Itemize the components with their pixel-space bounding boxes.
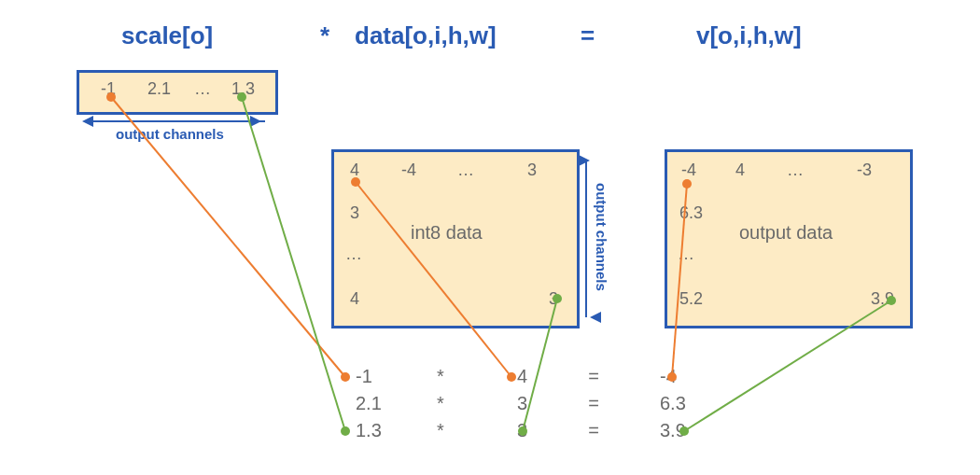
scale-axis-label: output channels [116, 126, 224, 142]
row1-b: 4 [517, 366, 527, 387]
row1-mul: * [431, 366, 450, 387]
out-r0c3: -3 [857, 161, 872, 180]
out-r0c2: … [787, 161, 804, 180]
scale-v0: -1 [101, 79, 116, 99]
row1-eq: = [584, 366, 603, 387]
data-r0c2: … [457, 161, 474, 180]
row2-a: 2.1 [356, 393, 382, 414]
scale-v1: 2.1 [147, 79, 171, 99]
row3-mul: * [431, 420, 450, 441]
eq-mid: data[o,i,h,w] [355, 21, 497, 50]
data-c0-1: 3 [350, 203, 359, 223]
row3-a: 1.3 [356, 420, 382, 441]
row2-mul: * [431, 393, 450, 414]
data-axis-label: output channels [594, 183, 609, 291]
data-br: 3 [549, 289, 558, 309]
row3-b: 3 [517, 420, 527, 441]
data-c0-2: … [345, 244, 362, 264]
row3-a-dot [341, 426, 350, 436]
data-r0c0: 4 [350, 161, 359, 180]
svg-line-5 [242, 97, 345, 431]
data-r0c3: 3 [527, 161, 537, 180]
data-c0-3: 4 [350, 289, 359, 309]
out-c0-3: 5.2 [679, 289, 703, 309]
eq-rhs: v[o,i,h,w] [696, 21, 802, 50]
eq-eq: = [581, 21, 595, 50]
row1-a: -1 [356, 366, 372, 387]
scale-v3: 1.3 [231, 79, 255, 99]
row3-eq: = [584, 420, 603, 441]
data-label: int8 data [411, 222, 483, 244]
eq-lhs: scale[o] [121, 21, 213, 50]
row2-c: 6.3 [660, 393, 686, 414]
row1-c: -4 [660, 366, 677, 387]
scale-v2: … [194, 79, 211, 99]
out-c0-2: … [678, 244, 694, 264]
out-r0c1: 4 [735, 161, 745, 180]
out-r0c0: -4 [681, 161, 696, 180]
row2-b: 3 [517, 393, 527, 414]
out-c0-1: 6.3 [679, 203, 703, 223]
out-br: 3.9 [871, 289, 894, 309]
row1-a-dot [341, 372, 350, 382]
data-r0c1: -4 [401, 161, 416, 180]
out-label: output data [739, 222, 833, 244]
row3-c: 3.9 [660, 420, 686, 441]
row1-b-dot [507, 372, 516, 382]
row2-eq: = [584, 393, 603, 414]
eq-mul: * [320, 21, 329, 50]
